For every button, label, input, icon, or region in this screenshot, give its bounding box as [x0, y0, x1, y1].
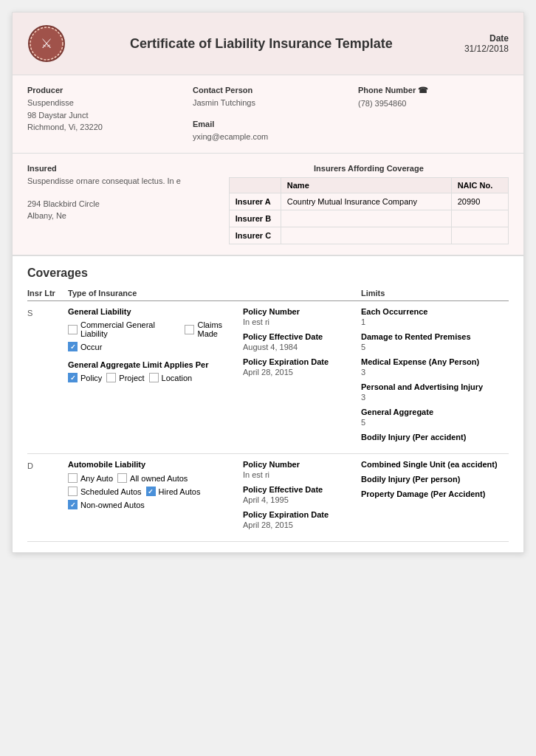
phone-section: Phone Number ☎ (78) 3954860 — [358, 86, 509, 142]
agg-item-0-2[interactable]: Location — [149, 373, 193, 382]
checkbox-row2-0: Occur — [68, 342, 243, 351]
shield-logo: ⚔ — [27, 24, 66, 63]
contact-label: Contact Person — [193, 86, 343, 94]
limit-val-0-1: 5 — [361, 343, 509, 351]
limit-val-0-3: 3 — [361, 393, 509, 402]
contact-name: Jasmin Tutchings — [193, 97, 343, 109]
agg-cb-0-0[interactable] — [68, 373, 78, 382]
coverage-type-1: Automobile Liability Any Auto All owned … — [68, 460, 243, 535]
checkbox-item3-1-0[interactable]: Non-owned Autos — [68, 500, 145, 509]
eff-label-1: Policy Effective Date — [243, 485, 361, 494]
producer-name: Suspendisse — [27, 97, 178, 109]
coverages-header: Insr Ltr Type of Insurance Limits — [27, 286, 509, 301]
checkbox3-1-0[interactable] — [68, 500, 78, 509]
eff-val-1: April 4, 1995 — [243, 495, 361, 504]
agg-item-0-0[interactable]: Policy — [68, 373, 102, 382]
agg-item-0-1[interactable]: Project — [106, 373, 144, 382]
checkbox-item2-1-1[interactable]: Hired Autos — [146, 487, 201, 496]
checkbox-row1-0: Commercial General Liability Claims Made — [68, 320, 243, 338]
insurer-name: Country Mutual Insurance Company — [281, 193, 451, 210]
coverage-limits-0: Each Occurrence 1Damage to Rented Premis… — [361, 307, 509, 447]
checkbox-row2-1: Scheduled Autos Hired Autos — [68, 487, 243, 496]
col-policy-header — [243, 289, 361, 298]
exp-val-1: April 28, 2015 — [243, 520, 361, 529]
checkbox-item-1-1[interactable]: All owned Autos — [117, 473, 188, 483]
insured-address2: Albany, Ne — [27, 210, 214, 222]
insurer-label: Insurer A — [229, 193, 281, 210]
checkbox-0-0[interactable] — [68, 325, 78, 334]
checkbox-label2-1-1: Hired Autos — [159, 487, 201, 496]
checkbox2-1-0[interactable] — [68, 487, 78, 496]
limit-label-1-0: Combined Single Unit (ea accident) — [361, 460, 509, 469]
insurers-col-blank — [229, 178, 281, 193]
policy-num-label-0: Policy Number — [243, 307, 361, 316]
insured-name: Suspendisse ornare consequat lectus. In … — [27, 175, 214, 188]
insurer-label: Insurer B — [229, 210, 281, 227]
checkbox-item-1-0[interactable]: Any Auto — [68, 473, 113, 483]
coverage-insr-1: D — [27, 460, 68, 535]
insurer-row-1: Insurer B — [229, 210, 508, 227]
checkbox-item-0-0[interactable]: Commercial General Liability — [68, 320, 180, 338]
eff-val-0: August 4, 1984 — [243, 343, 361, 351]
limit-label-0-3: Personal and Advertising Injury — [361, 382, 509, 391]
limit-val-0-4: 5 — [361, 418, 509, 427]
checkbox-1-0[interactable] — [68, 473, 78, 483]
coverage-row-0: S General Liability Commercial General L… — [27, 301, 509, 454]
insurer-name — [281, 227, 451, 244]
insured-label: Insured — [27, 164, 214, 173]
producer-section: Producer Suspendisse 98 Daystar Junct Ri… — [27, 86, 178, 142]
limit-label-1-2: Property Damage (Per Accident) — [361, 489, 509, 498]
email-label: Email — [193, 120, 343, 128]
type-title-1: Automobile Liability — [68, 460, 243, 469]
exp-label-1: Policy Expiration Date — [243, 510, 361, 519]
checkbox2-1-1[interactable] — [146, 487, 156, 496]
insurer-naic — [451, 210, 508, 227]
svg-text:⚔: ⚔ — [41, 36, 52, 51]
checkbox-label-1-0: Any Auto — [80, 474, 113, 483]
insurers-section: Insurers Affording Coverage Name NAIC No… — [229, 164, 509, 244]
aggregate-checks-0: Policy Project Location — [68, 373, 243, 382]
agg-label-0-2: Location — [162, 374, 193, 382]
insured-section: Insured Suspendisse ornare consequat lec… — [13, 154, 523, 256]
col-limits-header: Limits — [361, 289, 509, 298]
coverage-rows: S General Liability Commercial General L… — [27, 301, 509, 542]
insurer-row-0: Insurer A Country Mutual Insurance Compa… — [229, 193, 508, 210]
producer-address2: Richmond, Vi, 23220 — [27, 121, 178, 134]
info-section: Producer Suspendisse 98 Daystar Junct Ri… — [13, 75, 523, 154]
insured-info: Insured Suspendisse ornare consequat lec… — [27, 164, 214, 244]
exp-label-0: Policy Expiration Date — [243, 357, 361, 366]
insurer-name — [281, 210, 451, 227]
exp-val-0: April 28, 2015 — [243, 368, 361, 377]
col-type-header: Type of Insurance — [68, 289, 243, 298]
coverage-limits-1: Combined Single Unit (ea accident) Bodil… — [361, 460, 509, 535]
header: ⚔ Certificate of Liability Insurance Tem… — [13, 13, 523, 75]
checkbox-1-1[interactable] — [117, 473, 127, 483]
policy-num-label-1: Policy Number — [243, 460, 361, 469]
limit-label-1-1: Bodily Injury (Per person) — [361, 475, 509, 484]
contact-section: Contact Person Jasmin Tutchings Email yx… — [193, 86, 343, 142]
limit-label-0-0: Each Occurrence — [361, 307, 509, 316]
checkbox-label2-1-0: Scheduled Autos — [80, 487, 142, 496]
insurers-table: Name NAIC No. Insurer A Country Mutual I… — [229, 177, 509, 244]
insurer-row-2: Insurer C — [229, 227, 508, 244]
coverage-policy-0: Policy Number In est ri Policy Effective… — [243, 307, 361, 447]
coverages-section: Coverages Insr Ltr Type of Insurance Lim… — [13, 256, 523, 552]
policy-num-0: In est ri — [243, 317, 361, 326]
header-date: Date 31/12/2018 — [457, 33, 509, 54]
checkbox-item2-1-0[interactable]: Scheduled Autos — [68, 487, 142, 496]
checkbox-item2-0-0[interactable]: Occur — [68, 342, 102, 351]
checkbox-item-0-1[interactable]: Claims Made — [185, 320, 243, 338]
checkbox-label2-0-0: Occur — [80, 343, 102, 351]
producer-address1: 98 Daystar Junct — [27, 109, 178, 122]
agg-cb-0-2[interactable] — [149, 373, 159, 382]
limit-val-0-0: 1 — [361, 317, 509, 326]
col-insr-header: Insr Ltr — [27, 289, 68, 298]
checkbox2-0-0[interactable] — [68, 342, 78, 351]
insurers-title: Insurers Affording Coverage — [229, 164, 509, 173]
agg-cb-0-1[interactable] — [106, 373, 116, 382]
insurers-col-name: Name — [281, 178, 451, 193]
limit-label-0-5: Bodily Injury (Per accident) — [361, 433, 509, 441]
checkbox-0-1[interactable] — [185, 325, 194, 334]
phone-label: Phone Number ☎ — [358, 86, 509, 95]
coverage-type-0: General Liability Commercial General Lia… — [68, 307, 243, 447]
